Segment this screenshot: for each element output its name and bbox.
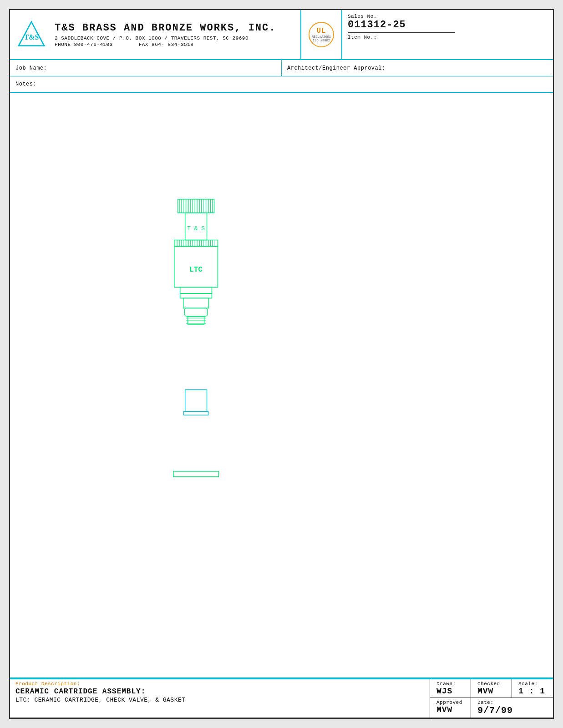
footer-top: Product Description: CERAMIC CARTRIDGE A… bbox=[10, 679, 553, 718]
header: T&S T&S BRASS AND BRONZE WORKS, INC. 2 S… bbox=[10, 10, 553, 60]
scale-cell: Scale: 1 : 1 bbox=[512, 679, 553, 698]
svg-rect-57 bbox=[185, 389, 207, 411]
notes-cell: Notes: bbox=[10, 76, 553, 92]
ul-badge-area: UL REG.#A2601 ISO #9002 bbox=[301, 10, 342, 59]
product-desc-label: Product Description: bbox=[15, 681, 424, 687]
date-cell: Date: 9/7/99 bbox=[471, 698, 519, 718]
ul-reg: REG.#A2601 bbox=[312, 35, 331, 39]
scale-value: 1 : 1 bbox=[518, 687, 547, 696]
ul-iso: ISO #9002 bbox=[313, 39, 330, 42]
approved-label: Approved bbox=[436, 700, 464, 705]
notes-row: Notes: bbox=[10, 76, 553, 93]
drawn-cell: Drawn: WJS bbox=[430, 679, 471, 698]
drawing-area: T & S bbox=[10, 93, 553, 678]
job-name-label: Job Name: bbox=[15, 65, 47, 71]
footer-desc: Product Description: CERAMIC CARTRIDGE A… bbox=[10, 679, 430, 718]
checked-cell: Checked MVW bbox=[471, 679, 512, 698]
date-value: 9/7/99 bbox=[477, 705, 513, 716]
sales-area: Sales No. 011312-25 Item No.: bbox=[342, 10, 461, 59]
svg-rect-49 bbox=[180, 287, 212, 293]
footer-meta: Drawn: WJS Checked MVW Scale: 1 : 1 Appr… bbox=[430, 679, 553, 718]
arch-cell: Architect/Engineer Approval: bbox=[282, 60, 553, 76]
svg-rect-59 bbox=[173, 471, 219, 477]
technical-drawing-page: T&S T&S BRASS AND BRONZE WORKS, INC. 2 S… bbox=[9, 9, 554, 719]
product-desc-line2: LTC: CERAMIC CARTRIDGE, CHECK VALVE, & G… bbox=[15, 697, 424, 703]
svg-rect-51 bbox=[183, 298, 209, 308]
footer-meta-bottom-row: Approved MVW Date: 9/7/99 bbox=[430, 698, 553, 718]
date-label: Date: bbox=[477, 700, 513, 705]
sales-no-label: Sales No. bbox=[348, 14, 455, 19]
notes-label: Notes: bbox=[15, 81, 36, 87]
svg-text:LTC: LTC bbox=[189, 266, 203, 274]
company-name: T&S BRASS AND BRONZE WORKS, INC. bbox=[55, 22, 276, 34]
approved-value: MVW bbox=[436, 705, 464, 714]
technical-drawing-svg: T & S bbox=[10, 93, 553, 677]
ul-text: UL bbox=[316, 27, 326, 35]
job-name-cell: Job Name: bbox=[10, 60, 282, 76]
company-info: T&S BRASS AND BRONZE WORKS, INC. 2 SADDL… bbox=[55, 22, 276, 47]
job-row: Job Name: Architect/Engineer Approval: bbox=[10, 60, 553, 76]
footer: Product Description: CERAMIC CARTRIDGE A… bbox=[10, 678, 553, 718]
logo-area: T&S T&S BRASS AND BRONZE WORKS, INC. 2 S… bbox=[10, 10, 301, 59]
ul-circle: UL REG.#A2601 ISO #9002 bbox=[309, 22, 334, 47]
checked-value: MVW bbox=[477, 687, 505, 696]
company-phone: PHONE 800-476-4103 FAX 864- 834-3518 bbox=[55, 42, 276, 47]
company-address: 2 SADDLEBACK COVE / P.O. BOX 1088 / TRAV… bbox=[55, 35, 276, 41]
svg-rect-58 bbox=[184, 411, 208, 415]
approved-cell: Approved MVW bbox=[430, 698, 471, 718]
svg-text:T & S: T & S bbox=[187, 225, 205, 232]
item-no-label: Item No.: bbox=[348, 35, 455, 40]
sales-no-value: 011312-25 bbox=[348, 19, 455, 33]
drawn-value: WJS bbox=[436, 687, 464, 696]
svg-rect-52 bbox=[185, 308, 208, 316]
svg-text:T&S: T&S bbox=[24, 33, 39, 41]
scale-label: Scale: bbox=[518, 681, 547, 687]
footer-meta-top-row: Drawn: WJS Checked MVW Scale: 1 : 1 bbox=[430, 679, 553, 698]
drawn-label: Drawn: bbox=[436, 681, 464, 687]
svg-rect-50 bbox=[180, 293, 212, 298]
svg-rect-53 bbox=[188, 316, 204, 324]
checked-label: Checked bbox=[477, 681, 505, 687]
company-logo: T&S bbox=[15, 19, 47, 51]
product-desc-line1: CERAMIC CARTRIDGE ASSEMBLY: bbox=[15, 688, 424, 696]
arch-label: Architect/Engineer Approval: bbox=[287, 65, 385, 71]
